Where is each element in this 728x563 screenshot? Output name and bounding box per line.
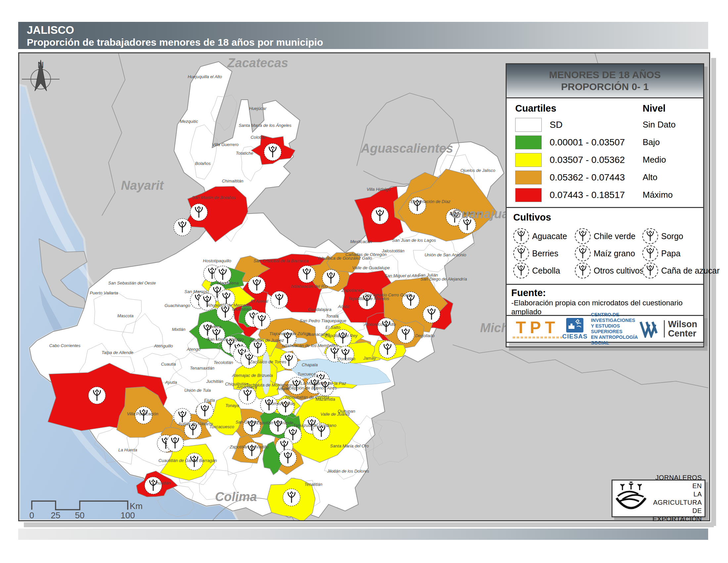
municipality-label: Atemajac de Brizuela	[232, 373, 273, 378]
municipality-label: Cuautla	[161, 362, 176, 367]
municipality-label: Concepción de Buenos Aires	[281, 386, 337, 391]
legend-header: MENORES DE 18 AÑOS PROPORCIÓN 0- 1	[507, 64, 703, 98]
state-label-aguascalientes: Aguascalientes	[361, 141, 453, 155]
cultivo-item: Otros cultivos	[575, 262, 642, 278]
legend-range: 0.03507 - 0.05362	[550, 155, 643, 165]
jornaleros-text-line: LA AGRICULTURA	[650, 490, 702, 507]
municipality-label: Tonalá	[326, 314, 339, 319]
legend-panel: MENORES DE 18 AÑOS PROPORCIÓN 0- 1 Cuart…	[506, 63, 704, 348]
ciesas-icon	[566, 318, 584, 333]
legend-quartiles: Cuartiles Nivel SDSin Dato0.00001 - 0.03…	[507, 98, 703, 208]
municipality-label: San Pedro Tlaquepaque	[300, 318, 346, 323]
ciesas-text-line: Y ESTUDIOS SUPERIORES	[591, 323, 639, 335]
municipality-label: Zacoalco de Torres	[250, 359, 287, 364]
legend-level: Medio	[643, 155, 703, 165]
crop-icon	[199, 293, 216, 310]
municipality-label: Bolaños	[195, 161, 211, 166]
municipality-label: San Juan de los Lagos	[392, 238, 436, 243]
legend-class-row: 0.07443 - 0.18517Máximo	[515, 186, 703, 204]
cebolla-icon	[513, 262, 529, 278]
crop-icon	[88, 387, 106, 404]
cultivo-label: Sorgo	[661, 231, 683, 241]
wilson-center-logo: WilsonCenter	[639, 320, 697, 338]
municipality-label: Hostotipaquillo	[203, 258, 231, 263]
legend-title-line1: MENORES DE 18 AÑOS	[549, 69, 660, 81]
cultivo-item: Chile verde	[575, 228, 642, 244]
cultivo-item: Berries	[513, 245, 575, 261]
municipality-label: San Martín de Bolaños	[192, 195, 236, 200]
legend-range: 0.05362 - 0.07443	[550, 172, 643, 183]
municipality-label: San Martín Hidalgo	[207, 337, 244, 342]
municipality-label: San Marcos	[184, 289, 207, 294]
municipality-label: Tamazula de Gordiano	[293, 423, 336, 428]
municipality-label: Acatlán de Juárez	[249, 338, 284, 343]
map-title: JALISCO	[27, 24, 708, 36]
cultivo-item: Cebolla	[513, 262, 575, 278]
municipality-label: Huejúcar	[249, 106, 267, 111]
map-frame: Huejuquilla el AltoMezquiticVilla Guerre…	[18, 52, 710, 521]
municipality-label: Cabo Corrientes	[49, 343, 81, 348]
municipality-label: El Arenal	[251, 299, 268, 304]
cultivo-item: Aguacate	[513, 228, 575, 244]
ciesas-text-line: CENTRO DE INVESTIGACIONES	[591, 312, 639, 323]
crop-icon	[379, 341, 396, 358]
berries-icon	[513, 245, 529, 261]
municipality-label: Encarnación de Díaz	[411, 199, 451, 204]
municipality-label: Chimaltitán	[222, 178, 243, 183]
legend-range: 0.07443 - 0.18517	[550, 190, 643, 200]
municipality-label: El Salto	[326, 325, 341, 330]
cultivo-label: Berries	[532, 249, 558, 258]
crop-icon	[248, 276, 265, 294]
logos-box: TPT CIESAS CENTRO DE INVESTIGACIONESY ES…	[506, 315, 704, 343]
municipality-label: Ayutla	[165, 380, 177, 385]
municipality-label: Ojuelos de Jalisco	[460, 168, 495, 173]
title-bar: JALISCO Proporción de trabajadores menor…	[18, 22, 708, 49]
scale-tick-label: 0	[29, 510, 34, 520]
wilson-divider	[664, 320, 665, 338]
crop-icon	[397, 326, 414, 343]
ca-a-de-azucar-icon	[642, 262, 658, 278]
legend-swatch	[515, 118, 542, 132]
crop-icon	[174, 218, 191, 236]
municipality-label: Amacueca	[236, 385, 257, 390]
municipality-label: Degollado	[415, 333, 435, 338]
municipality-label: Juchitlán	[206, 379, 223, 384]
municipality-label: Tenamaxtlán	[190, 366, 214, 371]
legend-level: Alto	[643, 172, 703, 182]
crop-icon	[253, 312, 270, 330]
municipality-label: Santa María de los Ángeles	[239, 123, 292, 128]
frame-shadow-bottom	[24, 522, 714, 527]
cultivo-item: Caña de azucar	[642, 262, 701, 278]
municipality-label: Zapotlán el Grande	[256, 420, 293, 425]
municipality-label: Gómez Farías	[268, 401, 296, 406]
municipality-label: Mezquitic	[180, 119, 198, 124]
legend-swatch	[515, 170, 542, 184]
municipality-label: Ejutla	[204, 398, 215, 403]
quartiles-column-header: Cuartiles	[515, 103, 643, 114]
crop-icon	[298, 265, 315, 283]
cultivos-heading: Cultivos	[513, 212, 700, 223]
legend-swatch	[515, 188, 542, 202]
municipality-label: Tonaya	[225, 403, 239, 408]
aguacate-icon	[513, 228, 529, 244]
municipality-label: Atotonilco el Alto	[364, 322, 396, 327]
wilson-text-line: Center	[668, 329, 697, 338]
svg-text:Km: Km	[130, 501, 143, 511]
municipality-label: Tuxcacuesco	[209, 424, 234, 429]
ciesas-text-line: EN ANTROPOLOGÍA SOCIAL	[591, 335, 639, 346]
municipality-label: Mixtlán	[172, 327, 185, 332]
wilson-text-line: Wilson	[668, 320, 697, 329]
legend-level: Sin Dato	[643, 119, 703, 130]
municipality-label: Santa María del Oro	[330, 444, 369, 448]
jornaleros-text-line: DE EXPORTACIÓN	[650, 507, 702, 523]
municipality-label: Guachinango	[164, 303, 190, 308]
municipality-label: Cihuatlán	[153, 481, 171, 486]
municipality-label: San Cristóbal de la Barranca	[253, 258, 308, 263]
state-label-nayarit: Nayarit	[121, 178, 164, 192]
municipality-label: Ixtlahuacán del Río	[291, 284, 328, 289]
sorgo-icon	[642, 228, 658, 244]
legend-range: SD	[550, 119, 643, 130]
municipality-label: San Diego de Alejandría	[421, 276, 467, 282]
municipality-label: Tlajomulco de Zúñiga	[269, 331, 310, 336]
legend-cultivos: Cultivos AguacateBerriesCebollaChile ver…	[507, 208, 703, 285]
